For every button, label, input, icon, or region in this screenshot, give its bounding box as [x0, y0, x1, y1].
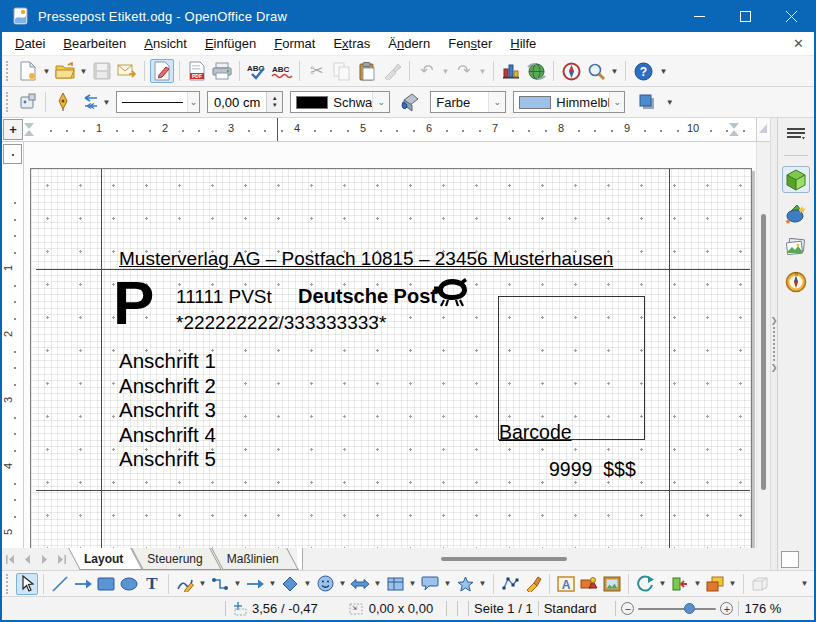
line-style-combo[interactable]: ⌄ — [116, 91, 200, 113]
toolbar-grip[interactable] — [6, 92, 11, 112]
gallery-icon[interactable] — [601, 573, 623, 595]
barcode-box[interactable] — [498, 296, 645, 440]
lines-arrows-dropdown[interactable]: ▼ — [267, 572, 278, 596]
export-pdf-icon[interactable]: PDF — [185, 59, 209, 83]
chevron-down-icon[interactable]: ⌄ — [372, 92, 389, 112]
zoom-slider-thumb[interactable] — [684, 603, 695, 614]
zoom-slider[interactable]: − + — [621, 602, 733, 615]
arrow-style-dropdown[interactable]: ▼ — [101, 90, 112, 114]
vertical-scrollbar[interactable] — [756, 142, 770, 548]
right-margin-marker[interactable] — [729, 130, 739, 136]
sidebar-tab-gallery[interactable] — [782, 200, 810, 227]
insert-chart-icon[interactable] — [499, 59, 523, 83]
help-icon[interactable]: ? — [631, 59, 655, 83]
rectangle-icon[interactable] — [95, 573, 117, 595]
right-margin-marker[interactable] — [729, 123, 739, 129]
toolbar-overflow-icon[interactable]: ▼ — [664, 90, 675, 114]
price-text[interactable]: 9999 $$$ — [549, 458, 636, 481]
toolbar-overflow-icon[interactable]: ▼ — [799, 572, 810, 596]
maximize-button[interactable] — [722, 0, 768, 32]
connector-icon[interactable] — [209, 573, 231, 595]
menu-item-datei[interactable]: Datei — [6, 33, 54, 54]
toolbar-grip[interactable] — [6, 574, 11, 594]
select-cursor-icon[interactable] — [16, 573, 38, 595]
line-icon[interactable] — [49, 573, 71, 595]
next-page-icon[interactable] — [36, 548, 53, 570]
menu-item-fenster[interactable]: Fenster — [439, 33, 501, 54]
new-document-dropdown[interactable]: ▼ — [41, 59, 52, 83]
zoom-level-field[interactable]: 176 % — [744, 601, 781, 616]
menu-item-ansicht[interactable]: Ansicht — [135, 33, 196, 54]
callouts-dropdown[interactable]: ▼ — [442, 572, 453, 596]
document-page[interactable]: Musterverlag AG – Postfach 10815 – 23456… — [30, 168, 752, 548]
edit-file-icon[interactable] — [150, 59, 174, 83]
menu-item-bearbeiten[interactable]: Bearbeiten — [54, 33, 135, 54]
tab-layout[interactable]: Layout — [74, 548, 137, 570]
address-line-text[interactable]: Anschrift 5 — [119, 447, 216, 471]
toolbar-grip[interactable] — [6, 61, 11, 81]
block-arrows-icon[interactable] — [349, 573, 371, 595]
basic-shapes-icon[interactable] — [279, 573, 301, 595]
paste-icon[interactable] — [355, 59, 379, 83]
text-icon[interactable]: T — [141, 573, 163, 595]
open-icon[interactable] — [53, 59, 77, 83]
open-dropdown[interactable]: ▼ — [78, 59, 89, 83]
ellipse-icon[interactable] — [118, 573, 140, 595]
page-style-field[interactable]: Standard — [544, 601, 597, 616]
auto-spellcheck-icon[interactable]: ABC — [270, 59, 294, 83]
curve-icon[interactable] — [174, 573, 196, 595]
menu-item-ndern[interactable]: Ändern — [379, 33, 439, 54]
chevron-down-icon[interactable]: ⌄ — [187, 92, 199, 112]
address-line-text[interactable]: Anschrift 4 — [119, 423, 216, 447]
curve-dropdown[interactable]: ▼ — [197, 572, 208, 596]
sidebar-tab-properties[interactable] — [782, 166, 810, 193]
address-line-text[interactable]: Anschrift 2 — [119, 374, 216, 398]
close-document-icon[interactable]: ✕ — [793, 37, 804, 50]
left-margin-marker[interactable] — [24, 130, 34, 136]
sender-line-text[interactable]: Musterverlag AG – Postfach 10815 – 23456… — [119, 248, 613, 270]
arrange-dropdown[interactable]: ▼ — [727, 572, 738, 596]
address-line-text[interactable]: Anschrift 1 — [119, 349, 216, 373]
rotate-dropdown[interactable]: ▼ — [657, 572, 668, 596]
line-width-spinner[interactable]: 0,00 cm ▲▼ — [207, 91, 283, 113]
connector-dropdown[interactable]: ▼ — [232, 572, 243, 596]
spellcheck-icon[interactable]: ABC — [245, 59, 269, 83]
sidebar-tab-styles[interactable] — [782, 234, 810, 261]
deutsche-post-text[interactable]: Deutsche Post — [298, 285, 437, 308]
menu-item-extras[interactable]: Extras — [324, 33, 379, 54]
sidebar-tab-navigator[interactable]: N — [782, 268, 810, 295]
menu-item-format[interactable]: Format — [265, 33, 324, 54]
alignment-dropdown[interactable]: ▼ — [692, 572, 703, 596]
stars-icon[interactable] — [454, 573, 476, 595]
label-right-line[interactable] — [669, 169, 670, 548]
address-line-text[interactable]: Anschrift 3 — [119, 398, 216, 422]
zoom-icon[interactable] — [584, 59, 608, 83]
symbol-shapes-dropdown[interactable]: ▼ — [337, 572, 348, 596]
print-icon[interactable] — [210, 59, 234, 83]
basic-shapes-dropdown[interactable]: ▼ — [302, 572, 313, 596]
close-button[interactable] — [768, 0, 814, 32]
chevron-down-icon[interactable]: ⌄ — [609, 92, 624, 112]
zoom-in-icon[interactable]: + — [720, 602, 733, 615]
spinner-buttons-icon[interactable]: ▲▼ — [266, 92, 282, 112]
last-page-icon[interactable] — [53, 548, 70, 570]
line-color-combo[interactable]: Schwa ⌄ — [290, 91, 390, 113]
email-icon[interactable] — [115, 59, 139, 83]
edit-points-icon[interactable] — [499, 573, 521, 595]
navigator-icon[interactable] — [559, 59, 583, 83]
previous-page-icon[interactable] — [19, 548, 36, 570]
posthorn-icon[interactable] — [432, 277, 472, 307]
symbol-shapes-icon[interactable] — [314, 573, 336, 595]
insert-picture-icon[interactable] — [578, 573, 600, 595]
edit-points-toggle-icon[interactable] — [16, 90, 40, 114]
vertical-scrollbar-thumb[interactable] — [761, 214, 766, 490]
document-viewport[interactable]: Musterverlag AG – Postfach 10815 – 23456… — [24, 142, 756, 548]
area-dialog-icon[interactable] — [398, 90, 422, 114]
code-line-text[interactable]: *222222222/333333333* — [176, 312, 386, 334]
horizontal-scrollbar-thumb[interactable] — [441, 557, 567, 561]
first-page-icon[interactable] — [2, 548, 19, 570]
hyperlink-icon[interactable] — [524, 59, 548, 83]
shadow-icon[interactable] — [635, 90, 659, 114]
glue-points-icon[interactable] — [522, 573, 544, 595]
menu-item-einfgen[interactable]: Einfügen — [196, 33, 265, 54]
